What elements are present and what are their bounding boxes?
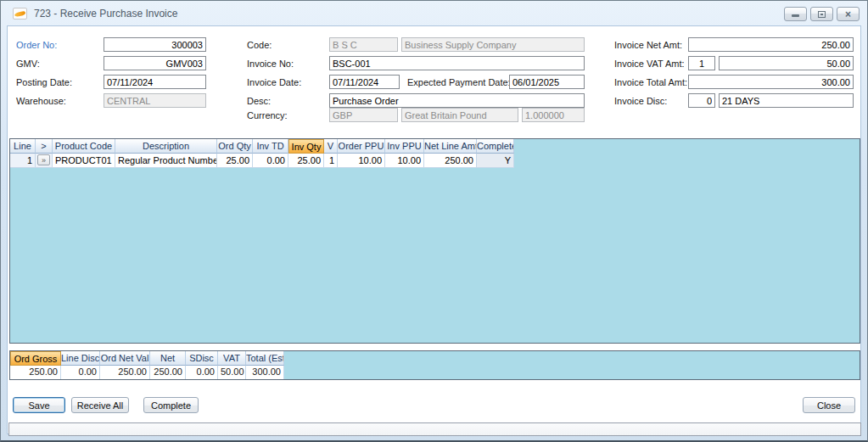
cell-net-line-amt[interactable]: 250.00 (424, 154, 477, 168)
code-input (329, 37, 398, 52)
column-header-line[interactable]: Line (10, 139, 36, 154)
cell-product-code[interactable]: PRODUCT01 (53, 154, 115, 168)
expected-payment-date-input[interactable] (509, 75, 585, 89)
warehouse-input (104, 93, 206, 108)
currency-label: Currency: (247, 110, 288, 120)
invoice-net-amt-label: Invoice Net Amt: (614, 40, 682, 50)
column-header-expand[interactable]: > (36, 139, 53, 154)
column-header-v[interactable]: V (324, 139, 338, 154)
column-header-ord-qty[interactable]: Ord Qty (217, 139, 253, 154)
complete-button[interactable]: Complete (143, 397, 199, 413)
order-no-label: Order No: (16, 40, 57, 50)
column-header-product-code[interactable]: Product Code (53, 139, 115, 154)
column-header-inv-td[interactable]: Inv TD (253, 139, 288, 154)
invoice-lines-grid: Line > Product Code Description Ord Qty … (9, 138, 860, 344)
cell-complete[interactable]: Y (477, 154, 514, 168)
totals-header-line-disc: Line Disc (61, 351, 100, 366)
desc-input[interactable] (329, 93, 585, 108)
close-button[interactable] (837, 7, 860, 21)
cell-expand: » (36, 154, 53, 168)
invoice-date-input[interactable] (329, 75, 400, 89)
window-title: 723 - Receive Purchase Invoice (34, 8, 177, 20)
table-row: 1 » PRODUCT01 Regular Product Number 01 … (10, 154, 860, 168)
invoice-no-input[interactable] (329, 56, 585, 70)
desc-label: Desc: (247, 96, 271, 106)
gmv-input[interactable] (104, 56, 206, 70)
totals-header-total-est: Total (Est) (246, 351, 284, 366)
totals-value-ord-gross: 250.00 (10, 366, 61, 379)
posting-date-input[interactable] (104, 75, 206, 89)
totals-header-row: Ord Gross Line Disc Ord Net Val Net SDis… (10, 351, 860, 366)
totals-header-vat: VAT (218, 351, 246, 366)
app-icon-swoosh (14, 11, 26, 18)
invoice-disc-code-input[interactable] (688, 93, 715, 108)
invoice-net-amt-input[interactable] (688, 37, 854, 52)
maximize-icon (818, 11, 826, 18)
invoice-vat-code-input[interactable] (688, 56, 715, 70)
grid-header-row: Line > Product Code Description Ord Qty … (10, 139, 860, 154)
cell-ord-qty[interactable]: 25.00 (217, 154, 253, 168)
close-window-button[interactable]: Close (803, 397, 855, 413)
totals-header-net: Net (150, 351, 186, 366)
maximize-button[interactable] (810, 7, 833, 21)
receive-all-button[interactable]: Receive All (71, 397, 129, 413)
code-label: Code: (247, 40, 272, 50)
totals-value-row: 250.00 0.00 250.00 250.00 0.00 50.00 300… (10, 366, 860, 379)
invoice-total-amt-label: Invoice Total Amt: (614, 77, 687, 87)
close-icon (845, 9, 851, 20)
order-no-input[interactable] (104, 37, 206, 52)
invoice-disc-terms-input[interactable] (719, 93, 854, 108)
window-controls (784, 7, 860, 21)
cell-inv-td[interactable]: 0.00 (253, 154, 288, 168)
cell-description[interactable]: Regular Product Number 01 (115, 154, 217, 168)
invoice-vat-amt-label: Invoice VAT Amt: (614, 59, 685, 69)
totals-value-net: 250.00 (150, 366, 186, 379)
status-bar (8, 422, 861, 436)
column-header-inv-ppu[interactable]: Inv PPU (385, 139, 424, 154)
totals-header-sdisc: SDisc (186, 351, 218, 366)
warehouse-label: Warehouse: (16, 96, 66, 106)
cell-inv-ppu[interactable]: 10.00 (385, 154, 424, 168)
totals-value-total-est: 300.00 (246, 366, 284, 379)
app-icon (13, 8, 27, 20)
minimize-button[interactable] (784, 7, 807, 21)
column-header-description[interactable]: Description (115, 139, 217, 154)
minimize-icon (792, 14, 799, 17)
save-button[interactable]: Save (13, 397, 65, 413)
currency-rate-input (522, 108, 585, 122)
code-name-input (401, 37, 585, 52)
cell-v[interactable]: 1 (324, 154, 338, 168)
currency-code-input (329, 108, 398, 122)
totals-grid: Ord Gross Line Disc Ord Net Val Net SDis… (9, 350, 860, 380)
expected-payment-date-label: Expected Payment Date: (407, 77, 511, 87)
totals-value-ord-net-val: 250.00 (100, 366, 150, 379)
column-header-order-ppu[interactable]: Order PPU (338, 139, 385, 154)
invoice-no-label: Invoice No: (247, 59, 294, 69)
row-expand-button[interactable]: » (37, 154, 50, 165)
column-header-inv-qty[interactable]: Inv Qty (288, 139, 324, 154)
cell-line[interactable]: 1 (10, 154, 36, 168)
cell-order-ppu[interactable]: 10.00 (338, 154, 385, 168)
titlebar[interactable]: 723 - Receive Purchase Invoice (2, 1, 866, 25)
invoice-total-amt-input[interactable] (688, 75, 854, 89)
column-header-net-line-amt[interactable]: Net Line Amt (424, 139, 477, 154)
totals-value-sdisc: 0.00 (186, 366, 218, 379)
app-window: 723 - Receive Purchase Invoice Order No:… (0, 0, 868, 442)
posting-date-label: Posting Date: (16, 77, 72, 87)
column-header-complete[interactable]: Complete (477, 139, 514, 154)
totals-value-line-disc: 0.00 (61, 366, 100, 379)
currency-name-input (401, 108, 518, 122)
cell-inv-qty[interactable]: 25.00 (288, 154, 324, 168)
invoice-disc-label: Invoice Disc: (614, 96, 667, 106)
invoice-date-label: Invoice Date: (247, 77, 301, 87)
totals-value-vat: 50.00 (218, 366, 246, 379)
gmv-label: GMV: (16, 59, 40, 69)
invoice-vat-amt-input[interactable] (719, 56, 854, 70)
totals-header-ord-net-val: Ord Net Val (100, 351, 150, 366)
totals-header-ord-gross: Ord Gross (10, 351, 61, 366)
